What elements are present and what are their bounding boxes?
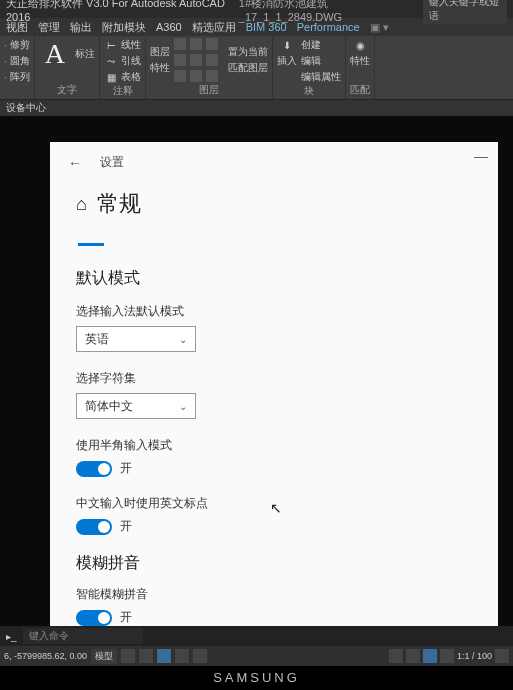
insert-icon[interactable]: ⬇ (280, 38, 294, 52)
status-icon[interactable] (423, 649, 437, 663)
set-current-button[interactable]: 置为当前 (228, 45, 268, 59)
chevron-down-icon: ⌄ (179, 401, 187, 412)
trim-button[interactable]: ·修剪 (4, 38, 30, 52)
array-button[interactable]: ·阵列 (4, 70, 30, 84)
smart-fuzzy-label: 智能模糊拼音 (76, 586, 472, 603)
page-title: ⌂ 常规 (76, 189, 472, 219)
breadcrumb-settings[interactable]: 设置 (100, 154, 124, 171)
english-punct-toggle[interactable] (76, 519, 112, 535)
gear-icon[interactable] (495, 649, 509, 663)
default-mode-select[interactable]: 英语 ⌄ (76, 326, 196, 352)
ribbon-text-group: A 标注 文字 (35, 36, 100, 99)
menu-a360[interactable]: A360 (156, 21, 182, 33)
model-tab[interactable]: 模型 (91, 649, 117, 664)
cursor-icon: ↖ (270, 500, 282, 516)
charset-label: 选择字符集 (76, 370, 472, 387)
halfwidth-toggle[interactable] (76, 461, 112, 477)
status-bar: ▸_ 键入命令 6, -5799985.62, 0.00 模型 1:1 / 10… (0, 626, 513, 666)
ribbon-modify-group: ·修剪 ·圆角 ·阵列 (0, 36, 35, 99)
smart-fuzzy-toggle[interactable] (76, 610, 112, 626)
home-icon: ⌂ (76, 194, 87, 215)
document-name: 1#楼消防水池建筑_17_1_1_2849.DWG (239, 0, 412, 23)
create-button[interactable]: 创建 (301, 38, 341, 52)
edit-button[interactable]: 编辑 (301, 54, 341, 68)
menu-view[interactable]: 视图 (6, 20, 28, 35)
command-prompt-icon: ▸_ (6, 631, 17, 642)
secondary-toolbar: 设备中心 (0, 100, 513, 116)
title-bar: 天正给排水软件 V3.0 For Autodesk AutoCAD 2016 1… (0, 0, 513, 18)
layer-swatches[interactable] (174, 38, 224, 82)
menu-output[interactable]: 输出 (70, 20, 92, 35)
section-fuzzy-pinyin: 模糊拼音 (76, 553, 472, 574)
snap-toggle-icon[interactable] (139, 649, 153, 663)
status-icon[interactable] (440, 649, 454, 663)
ribbon: ·修剪 ·圆角 ·阵列 A 标注 文字 ⊢线性 ⤳引线 ▦表格 注释 图层 特性 (0, 36, 513, 100)
ribbon-block-group: ⬇ 插入 创建 编辑 编辑属性 块 (273, 36, 346, 99)
linear-button[interactable]: ⊢线性 (104, 38, 141, 52)
zoom-readout[interactable]: 1:1 / 100 (457, 651, 492, 661)
halfwidth-state: 开 (120, 460, 132, 477)
halfwidth-label: 使用半角输入模式 (76, 437, 472, 454)
menu-more-icon[interactable]: ▣ ▾ (370, 21, 389, 34)
grid-toggle-icon[interactable] (121, 649, 135, 663)
osnap-toggle-icon[interactable] (193, 649, 207, 663)
polar-toggle-icon[interactable] (175, 649, 189, 663)
minimize-icon[interactable]: — (474, 148, 488, 164)
layer-button[interactable]: 图层 (150, 45, 170, 59)
status-icon[interactable] (389, 649, 403, 663)
ribbon-props-group: ◉ 特性 匹配 (346, 36, 375, 99)
default-mode-label: 选择输入法默认模式 (76, 303, 472, 320)
table-button[interactable]: ▦表格 (104, 70, 141, 84)
edit-attr-button[interactable]: 编辑属性 (301, 70, 341, 84)
settings-panel: — ← 设置 ⌂ 常规 默认模式 选择输入法默认模式 英语 ⌄ 选择字符集 简体… (50, 142, 498, 626)
smart-fuzzy-state: 开 (120, 609, 132, 626)
monitor-brand: SAMSUNG (0, 666, 513, 690)
fillet-button[interactable]: ·圆角 (4, 54, 30, 68)
back-button[interactable]: ← (68, 155, 82, 171)
device-center-label[interactable]: 设备中心 (6, 101, 46, 115)
properties-icon[interactable]: ◉ (353, 38, 367, 52)
coordinates-readout: 6, -5799985.62, 0.00 (4, 651, 87, 661)
dimension-button[interactable]: 标注 (75, 47, 95, 61)
status-icon[interactable] (406, 649, 420, 663)
menu-manage[interactable]: 管理 (38, 20, 60, 35)
search-hint[interactable]: 键入关键字或短语 (423, 0, 507, 24)
menu-performance[interactable]: Performance (297, 21, 360, 33)
text-icon[interactable]: A (39, 38, 71, 70)
text-group-label: 文字 (57, 83, 77, 97)
props-button[interactable]: 特性 (150, 61, 170, 75)
chevron-down-icon: ⌄ (179, 334, 187, 345)
english-punct-state: 开 (120, 518, 132, 535)
ribbon-annotate-group: ⊢线性 ⤳引线 ▦表格 注释 (100, 36, 146, 99)
charset-select[interactable]: 简体中文 ⌄ (76, 393, 196, 419)
match-layer-button[interactable]: 匹配图层 (228, 61, 268, 75)
menu-addins[interactable]: 附加模块 (102, 20, 146, 35)
title-underline (78, 243, 104, 246)
leader-button[interactable]: ⤳引线 (104, 54, 141, 68)
command-input[interactable]: 键入命令 (23, 628, 143, 644)
menu-bim360[interactable]: BIM 360 (246, 21, 287, 33)
ortho-toggle-icon[interactable] (157, 649, 171, 663)
ribbon-layer-group: 图层 特性 置为当前 匹配图层 图层 (146, 36, 273, 99)
section-default-mode: 默认模式 (76, 268, 472, 289)
menu-featured[interactable]: 精选应用 (192, 20, 236, 35)
